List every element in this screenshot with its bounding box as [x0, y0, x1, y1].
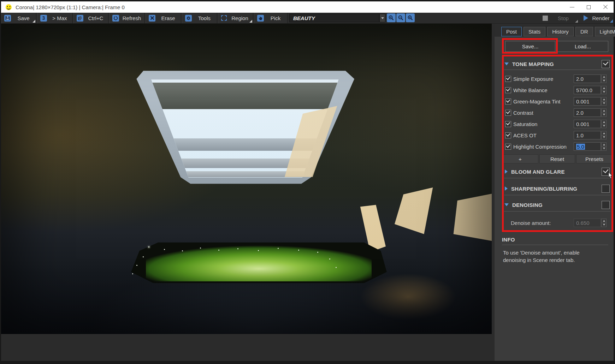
region-icon: [221, 15, 227, 21]
3dsmax-icon: 3: [40, 15, 47, 22]
copy-icon: [77, 15, 83, 22]
render-planter-pit: [1, 24, 492, 334]
tools-label: Tools: [192, 15, 217, 21]
erase-icon: [149, 15, 155, 22]
annotation-rectangle-tone-mapping: [502, 55, 613, 232]
mouse-cursor: [608, 172, 614, 179]
divider: [502, 245, 608, 245]
maximize-button[interactable]: [580, 1, 597, 13]
save-button[interactable]: Save: [1, 13, 36, 23]
tab-dr[interactable]: DR: [575, 27, 593, 36]
region-label: Region: [227, 15, 253, 21]
pick-button[interactable]: Pick: [254, 13, 288, 23]
refresh-label: Refresh: [119, 15, 144, 21]
close-button[interactable]: [597, 1, 614, 13]
corona-smiley-icon: [6, 4, 12, 10]
load-settings-button[interactable]: Load...: [557, 41, 608, 52]
toolbar: Save 3 > Max Ctrl+C Refresh Erase: [1, 13, 614, 24]
zoom-reset-button[interactable]: [406, 13, 415, 22]
zoom-in-icon: [388, 15, 394, 21]
tools-button[interactable]: Tools: [182, 13, 217, 23]
copy-button[interactable]: Ctrl+C: [73, 13, 108, 23]
flyout-corner-icon: [249, 20, 252, 23]
render-button[interactable]: Render: [579, 13, 614, 23]
render-floor-shadow: [1, 266, 492, 334]
tab-lightmix[interactable]: LightMix: [595, 27, 615, 36]
flyout-corner-icon: [575, 20, 578, 23]
stop-button[interactable]: Stop: [537, 13, 579, 23]
flyout-corner-icon: [32, 20, 35, 23]
zoom-out-icon: [398, 15, 404, 21]
tools-icon: [185, 15, 192, 22]
region-button[interactable]: Region: [218, 13, 253, 23]
render-wall-light-patch: [1, 24, 492, 334]
render-skylight-frame: [1, 24, 492, 334]
info-header: INFO: [502, 235, 610, 244]
window-controls: [564, 1, 614, 13]
render-skylight-opening: [1, 24, 492, 334]
stop-label: Stop: [548, 15, 579, 21]
erase-label: Erase: [155, 15, 181, 21]
render-grass: [146, 245, 372, 281]
refresh-button[interactable]: Refresh: [109, 13, 145, 23]
corona-vfb-window: Corona| 1280×720px (1:1) | Camera:| Fram…: [0, 0, 615, 364]
titlebar: Corona| 1280×720px (1:1) | Camera:| Fram…: [1, 1, 614, 13]
tab-stats[interactable]: Stats: [524, 27, 545, 36]
render-spot-lights: [148, 246, 149, 247]
minimize-icon: [570, 7, 574, 7]
render-plants: [129, 210, 389, 265]
annotation-rectangle-save: [502, 38, 558, 54]
stop-icon: [543, 16, 548, 21]
save-icon: [4, 15, 11, 22]
tab-post[interactable]: Post: [501, 27, 522, 36]
zoom-out-button[interactable]: [396, 13, 405, 22]
render-element-value: BEAUTY: [293, 15, 315, 21]
refresh-icon: [112, 15, 119, 22]
close-icon: [603, 5, 608, 10]
zoom-in-button[interactable]: [387, 13, 396, 22]
panel-tabs: Post Stats History DR LightMix: [501, 27, 615, 36]
render-floor-light-pool: [344, 266, 472, 328]
maximize-icon: [587, 5, 591, 9]
flyout-corner-icon: [610, 19, 613, 23]
render-element-select[interactable]: BEAUTY: [289, 14, 379, 22]
erase-button[interactable]: Erase: [146, 13, 181, 23]
to-max-label: > Max: [47, 15, 72, 21]
window-title: Corona| 1280×720px (1:1) | Camera:| Fram…: [16, 4, 125, 10]
minimize-button[interactable]: [564, 1, 580, 13]
copy-label: Ctrl+C: [83, 15, 108, 21]
pick-icon: [257, 15, 264, 22]
render-viewport: [1, 24, 495, 361]
chevron-down-icon[interactable]: [379, 14, 385, 22]
tab-history[interactable]: History: [547, 27, 574, 36]
render-image: [1, 24, 492, 334]
render-skylight-sunpatch: [1, 24, 492, 334]
render-wall-light-patch: [1, 24, 492, 334]
info-text: To use 'Denoise amount', enable denoisin…: [503, 249, 598, 264]
render-wall-light-patch: [1, 24, 492, 334]
info-title: INFO: [502, 237, 515, 243]
pick-label: Pick: [264, 15, 287, 21]
zoom-reset-icon: [407, 15, 413, 21]
to-max-button[interactable]: 3 > Max: [37, 13, 73, 23]
render-play-icon: [584, 15, 588, 21]
